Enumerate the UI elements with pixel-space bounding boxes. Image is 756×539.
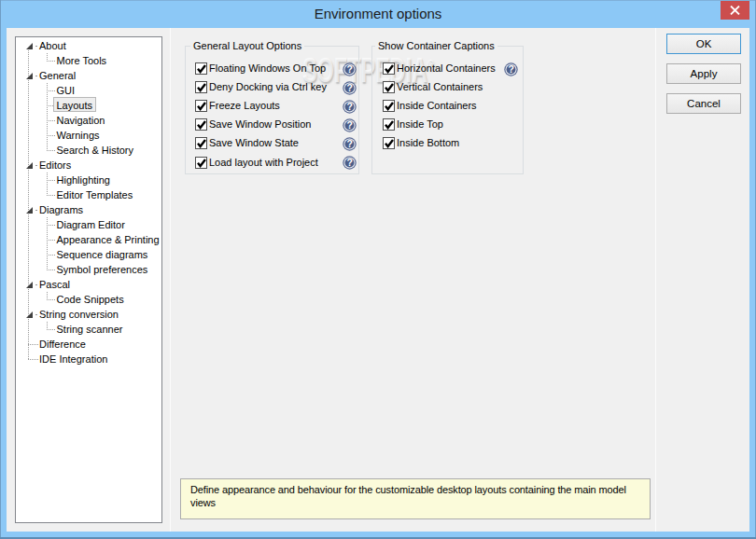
svg-text:?: ? [508,63,513,75]
svg-text:?: ? [346,119,352,131]
svg-text:?: ? [346,138,352,149]
svg-text:?: ? [346,157,352,168]
svg-text:?: ? [346,82,352,93]
svg-text:?: ? [346,101,352,112]
svg-text:?: ? [346,63,352,75]
